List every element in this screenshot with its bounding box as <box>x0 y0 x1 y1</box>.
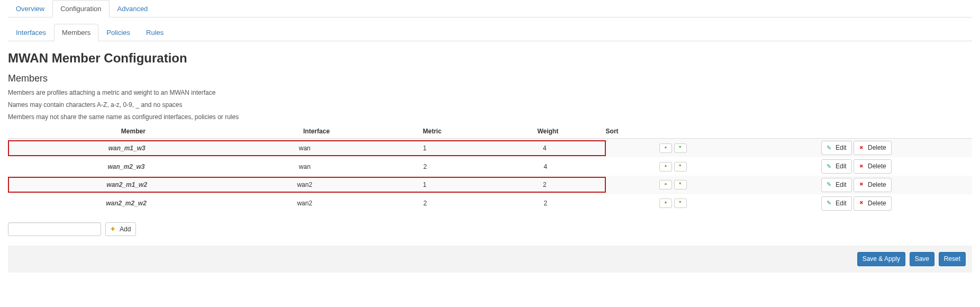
member-metric: 1 <box>365 178 485 192</box>
subtab-rules[interactable]: Rules <box>138 24 171 41</box>
delete-icon <box>859 200 865 206</box>
arrow-up-icon <box>663 201 668 206</box>
description-line: Members are profiles attaching a metric … <box>8 88 972 97</box>
member-name: wan2_m2_w2 <box>8 196 244 210</box>
arrow-up-icon <box>663 164 668 169</box>
add-button[interactable]: Add <box>105 222 136 237</box>
delete-icon <box>859 164 865 170</box>
save-button[interactable]: Save <box>910 252 934 266</box>
sort-up-button[interactable] <box>659 143 672 153</box>
sort-up-button[interactable] <box>659 198 672 208</box>
delete-icon <box>859 145 865 151</box>
tab-advanced[interactable]: Advanced <box>110 0 156 17</box>
member-name: wan_m2_w3 <box>8 160 244 174</box>
table-row: wan_m2_w3wan24 Edit Delete <box>8 157 972 176</box>
arrow-up-icon <box>663 146 668 151</box>
table-row: wan_m1_w3wan14 Edit Delete <box>8 139 972 157</box>
delete-button[interactable]: Delete <box>854 141 892 155</box>
reset-button[interactable]: Reset <box>939 252 966 266</box>
sort-down-button[interactable] <box>674 198 687 208</box>
sub-tabs: Interfaces Members Policies Rules <box>8 24 972 41</box>
add-row: Add <box>8 222 972 237</box>
member-weight: 4 <box>485 160 606 174</box>
section-title: Members <box>8 73 972 84</box>
col-member: Member <box>8 124 259 139</box>
subtab-interfaces[interactable]: Interfaces <box>8 24 54 41</box>
edit-button[interactable]: Edit <box>821 159 852 174</box>
top-tabs: Overview Configuration Advanced <box>8 0 972 17</box>
sort-down-button[interactable] <box>674 143 687 153</box>
delete-icon <box>859 182 865 188</box>
member-weight: 2 <box>485 196 606 210</box>
footer-bar: Save & Apply Save Reset <box>8 246 972 273</box>
tab-configuration[interactable]: Configuration <box>52 0 109 17</box>
sort-up-button[interactable] <box>659 162 672 171</box>
member-name: wan2_m1_w2 <box>9 178 244 192</box>
delete-button[interactable]: Delete <box>854 196 892 211</box>
edit-icon <box>827 145 833 151</box>
sort-up-button[interactable] <box>659 180 672 189</box>
arrow-down-icon <box>678 146 683 151</box>
add-icon <box>111 226 117 232</box>
col-interface: Interface <box>259 124 375 139</box>
description-line: Members may not share the same name as c… <box>8 113 972 122</box>
arrow-down-icon <box>678 164 683 169</box>
edit-button[interactable]: Edit <box>821 196 852 211</box>
new-member-input[interactable] <box>8 222 101 236</box>
page-title: MWAN Member Configuration <box>8 51 972 66</box>
member-weight: 2 <box>485 178 605 192</box>
edit-button[interactable]: Edit <box>821 141 852 155</box>
description-line: Names may contain characters A-Z, a-z, 0… <box>8 101 972 110</box>
member-weight: 4 <box>485 141 605 155</box>
subtab-policies[interactable]: Policies <box>98 24 138 41</box>
arrow-down-icon <box>678 201 683 206</box>
save-apply-button[interactable]: Save & Apply <box>857 252 905 266</box>
member-interface: wan <box>244 160 365 174</box>
delete-button[interactable]: Delete <box>854 159 892 174</box>
arrow-down-icon <box>678 182 683 187</box>
add-button-label: Add <box>120 225 131 234</box>
edit-icon <box>827 164 833 170</box>
member-interface: wan2 <box>244 196 365 210</box>
table-row: wan2_m2_w2wan222 Edit Delete <box>8 194 972 213</box>
sort-down-button[interactable] <box>674 180 687 189</box>
table-row: wan2_m1_w2wan212 Edit Delete <box>8 176 972 194</box>
col-weight: Weight <box>490 124 606 139</box>
member-interface: wan <box>244 141 365 155</box>
edit-icon <box>827 182 833 188</box>
delete-button[interactable]: Delete <box>854 178 892 192</box>
arrow-up-icon <box>663 182 668 187</box>
member-name: wan_m1_w3 <box>9 141 244 155</box>
col-metric: Metric <box>374 124 490 139</box>
sort-down-button[interactable] <box>674 162 687 171</box>
members-table: Member Interface Metric Weight Sort wan_… <box>8 124 972 212</box>
edit-icon <box>827 200 833 206</box>
col-sort: Sort <box>606 124 741 139</box>
edit-button[interactable]: Edit <box>821 178 852 192</box>
member-interface: wan2 <box>244 178 365 192</box>
tab-overview[interactable]: Overview <box>8 0 52 17</box>
subtab-members[interactable]: Members <box>54 24 98 41</box>
member-metric: 2 <box>365 196 486 210</box>
member-metric: 1 <box>365 141 485 155</box>
member-metric: 2 <box>365 160 486 174</box>
